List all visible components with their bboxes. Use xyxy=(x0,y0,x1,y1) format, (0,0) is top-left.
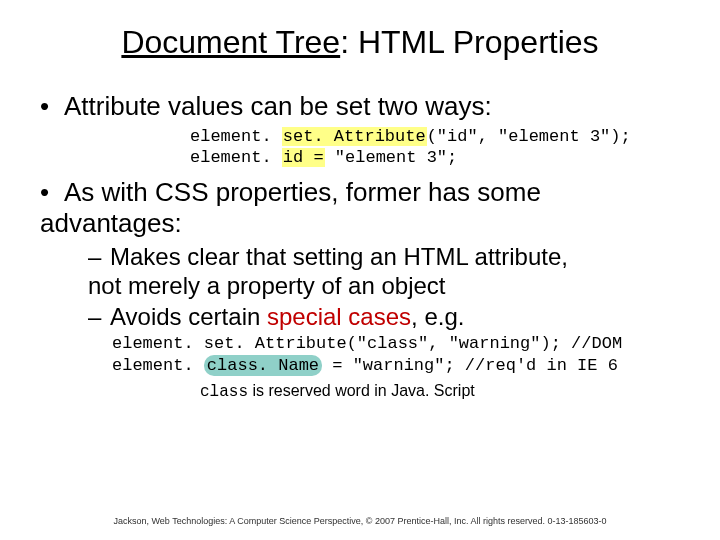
note-rest: is reserved word in Java. Script xyxy=(248,382,475,399)
sub-bullet-1: Makes clear that setting an HTML attribu… xyxy=(88,243,680,301)
slide-title: Document Tree: HTML Properties xyxy=(40,24,680,61)
reserved-word-note: class is reserved word in Java. Script xyxy=(200,382,680,401)
sub2-a: Avoids certain xyxy=(110,303,267,330)
highlight-setattribute: set. Attribute xyxy=(282,127,427,146)
special-cases-red: special cases xyxy=(267,303,411,330)
highlight-id-equals: id = xyxy=(282,148,325,167)
sub1-line2: not merely a property of an object xyxy=(88,272,446,299)
sub2-b: , e.g. xyxy=(411,303,464,330)
title-rest: : HTML Properties xyxy=(340,24,598,60)
bullet-2-line2: advantages: xyxy=(40,208,182,238)
bullet-2-line1: As with CSS properties, former has some xyxy=(64,177,541,207)
title-underlined: Document Tree xyxy=(121,24,340,60)
highlight-classname: class. Name xyxy=(204,355,322,376)
sub-bullet-2: Avoids certain special cases, e.g. xyxy=(88,303,680,332)
bullet-1-text: Attribute values can be set two ways: xyxy=(64,91,492,121)
bullet-2: As with CSS properties, former has some … xyxy=(40,177,680,239)
code-block-1: element. set. Attribute("id", "element 3… xyxy=(190,126,680,169)
footer-citation: Jackson, Web Technologies: A Computer Sc… xyxy=(0,516,720,526)
sub1-line1: Makes clear that setting an HTML attribu… xyxy=(110,243,568,270)
code-block-2: element. set. Attribute("class", "warnin… xyxy=(112,333,680,376)
note-code: class xyxy=(200,383,248,401)
bullet-1: Attribute values can be set two ways: xyxy=(40,91,680,122)
